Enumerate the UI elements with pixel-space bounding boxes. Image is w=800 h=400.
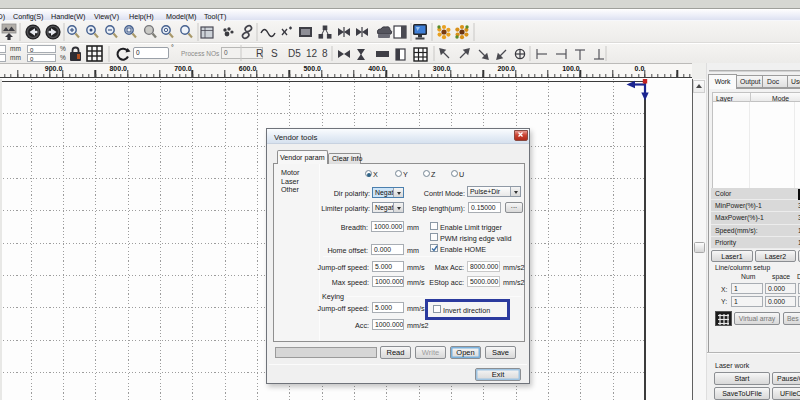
svg-text:S: S: [271, 48, 278, 59]
svg-text:R: R: [256, 48, 263, 59]
svg-text:12: 12: [306, 48, 318, 59]
svg-text:8: 8: [322, 48, 328, 59]
svg-text:D5: D5: [288, 48, 301, 59]
